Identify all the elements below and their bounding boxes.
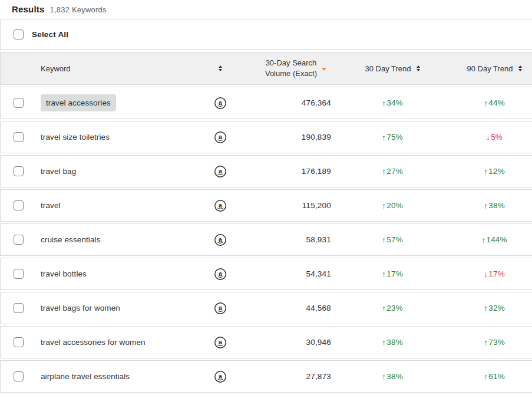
- keyword-text[interactable]: travel size toiletries: [41, 131, 110, 143]
- amazon-icon[interactable]: a: [214, 302, 227, 315]
- trend-arrow-icon: ↑: [382, 202, 386, 210]
- header-checkbox-spacer: [1, 52, 34, 84]
- keyword-text[interactable]: travel bottles: [41, 268, 87, 280]
- svg-text:a: a: [219, 269, 222, 276]
- results-bar: Results 1,832 Keywords: [0, 0, 532, 19]
- trend-arrow-icon: ↓: [486, 133, 490, 141]
- trend-arrow-icon: ↑: [484, 304, 488, 312]
- trend-arrow-icon: ↑: [382, 167, 386, 176]
- row-checkbox[interactable]: [14, 132, 24, 142]
- keyword-text[interactable]: travel accessories for women: [41, 337, 146, 348]
- trend-arrow-icon: ↑: [382, 133, 386, 141]
- select-all-checkbox[interactable]: [14, 29, 24, 40]
- trend-90day-value: ↓17%: [484, 269, 505, 278]
- keyword-sort-button[interactable]: [201, 52, 239, 84]
- search-volume-value: 30,946: [239, 327, 352, 358]
- amazon-icon[interactable]: a: [214, 165, 227, 178]
- amazon-icon[interactable]: a: [214, 336, 227, 349]
- sort-desc-active-icon: [322, 68, 326, 71]
- table-row: airplane travel essentials a 27,873 ↑38%…: [0, 360, 532, 393]
- results-count: 1,832 Keywords: [50, 5, 107, 14]
- column-header-30day-label: 30 Day Trend: [365, 64, 411, 73]
- column-header-30day-trend[interactable]: 30 Day Trend: [352, 52, 424, 84]
- column-header-keyword-label: Keyword: [41, 64, 71, 73]
- svg-text:a: a: [219, 338, 222, 345]
- search-volume-value: 27,873: [239, 361, 352, 392]
- table-row: travel bag a 176,189 ↑27% ↑12%: [0, 155, 532, 187]
- search-volume-value: 44,568: [239, 292, 352, 324]
- table-body: travel accessories a 476,364 ↑34% ↑44%: [0, 87, 532, 393]
- trend-arrow-icon: ↑: [382, 236, 386, 244]
- keyword-text[interactable]: cruise essentials: [41, 234, 101, 246]
- keyword-text[interactable]: travel bags for women: [41, 302, 120, 314]
- row-checkbox[interactable]: [14, 235, 24, 245]
- keyword-results-page: Results 1,832 Keywords Select All Keywor…: [0, 0, 532, 395]
- trend-30day-value: ↑34%: [382, 98, 403, 107]
- trend-30day-value: ↑38%: [382, 338, 403, 347]
- trend-arrow-icon: ↑: [382, 270, 386, 278]
- amazon-icon[interactable]: a: [214, 370, 227, 383]
- column-header-volume[interactable]: 30-Day Search Volume (Exact): [239, 52, 352, 84]
- row-checkbox[interactable]: [14, 303, 24, 313]
- search-volume-value: 54,341: [239, 258, 352, 289]
- table-row: travel bags for women a 44,568 ↑23% ↑32%: [0, 292, 532, 324]
- trend-arrow-icon: ↑: [484, 167, 488, 176]
- keyword-text[interactable]: airplane travel essentials: [41, 371, 130, 383]
- trend-arrow-icon: ↑: [484, 202, 488, 210]
- svg-text:a: a: [219, 235, 222, 242]
- trend-arrow-icon: ↑: [382, 338, 386, 347]
- trend-30day-value: ↑20%: [382, 201, 403, 210]
- search-volume-value: 190,839: [239, 121, 352, 153]
- trend-arrow-icon: ↑: [484, 373, 488, 381]
- table-row: travel accessories for women a 30,946 ↑3…: [0, 326, 532, 358]
- svg-text:a: a: [219, 167, 222, 174]
- select-all-row: Select All: [0, 19, 532, 50]
- table-row: travel bottles a 54,341 ↑17% ↓17%: [0, 258, 532, 290]
- amazon-icon[interactable]: a: [214, 268, 227, 281]
- sort-arrows-icon: [219, 65, 222, 72]
- row-checkbox[interactable]: [14, 269, 24, 279]
- row-checkbox[interactable]: [14, 98, 24, 108]
- trend-30day-value: ↑75%: [382, 133, 403, 141]
- svg-text:a: a: [219, 98, 222, 106]
- trend-90day-value: ↑12%: [484, 167, 505, 176]
- search-volume-value: 115,200: [239, 190, 352, 221]
- amazon-icon[interactable]: a: [214, 199, 227, 212]
- trend-90day-value: ↑32%: [484, 304, 505, 312]
- row-checkbox[interactable]: [14, 371, 24, 381]
- trend-90day-value: ↓5%: [486, 133, 503, 141]
- search-volume-value: 476,364: [239, 87, 352, 119]
- trend-90day-value: ↑38%: [484, 201, 505, 210]
- trend-90day-value: ↑44%: [484, 98, 505, 107]
- table-row: cruise essentials a 58,931 ↑57% ↑144%: [0, 223, 532, 256]
- search-volume-value: 176,189: [239, 156, 352, 187]
- trend-30day-value: ↑17%: [382, 269, 403, 278]
- sort-arrows-icon: [518, 65, 522, 72]
- column-header-volume-label: 30-Day Search Volume (Exact): [265, 58, 317, 78]
- trend-arrow-icon: ↑: [481, 236, 485, 244]
- select-all-label: Select All: [32, 30, 68, 39]
- keyword-text[interactable]: travel accessories: [41, 94, 116, 112]
- amazon-icon[interactable]: a: [214, 233, 227, 246]
- trend-30day-value: ↑57%: [382, 235, 403, 244]
- row-checkbox[interactable]: [14, 337, 24, 347]
- search-volume-value: 58,931: [239, 224, 352, 255]
- trend-30day-value: ↑23%: [382, 304, 403, 312]
- row-checkbox[interactable]: [14, 166, 24, 176]
- trend-arrow-icon: ↑: [382, 304, 386, 312]
- trend-30day-value: ↑27%: [382, 167, 403, 176]
- trend-arrow-icon: ↑: [484, 338, 488, 347]
- column-header-keyword[interactable]: Keyword: [34, 52, 201, 84]
- row-checkbox[interactable]: [14, 200, 24, 210]
- keyword-text[interactable]: travel: [41, 200, 61, 212]
- table-row: travel a 115,200 ↑20% ↑38%: [0, 189, 532, 222]
- trend-arrow-icon: ↑: [382, 373, 386, 381]
- amazon-icon[interactable]: a: [214, 97, 227, 110]
- amazon-icon[interactable]: a: [214, 131, 227, 144]
- svg-text:a: a: [219, 201, 222, 208]
- table-row: travel accessories a 476,364 ↑34% ↑44%: [0, 87, 532, 119]
- keyword-text[interactable]: travel bag: [41, 166, 76, 177]
- column-header-90day-trend[interactable]: 90 Day Trend: [424, 52, 532, 84]
- svg-text:a: a: [219, 372, 222, 379]
- trend-90day-value: ↑144%: [481, 235, 507, 244]
